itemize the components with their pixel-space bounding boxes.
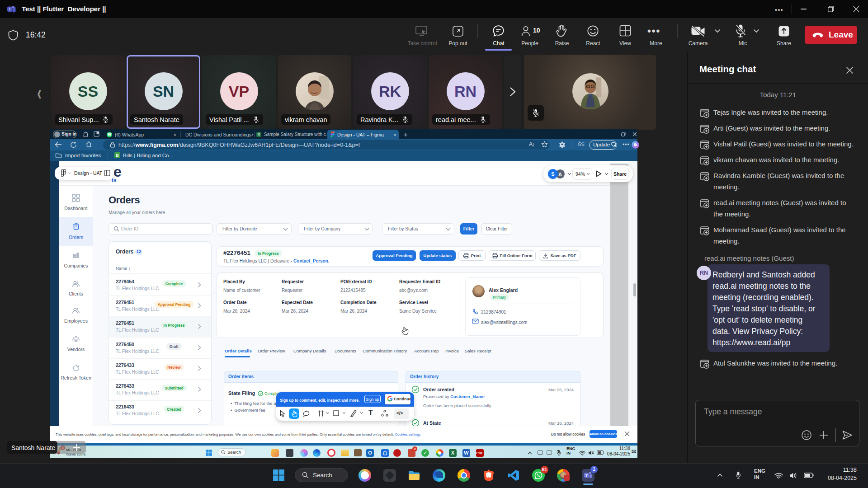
- svg-text:T: T: [585, 474, 588, 478]
- svg-text:T: T: [9, 7, 11, 11]
